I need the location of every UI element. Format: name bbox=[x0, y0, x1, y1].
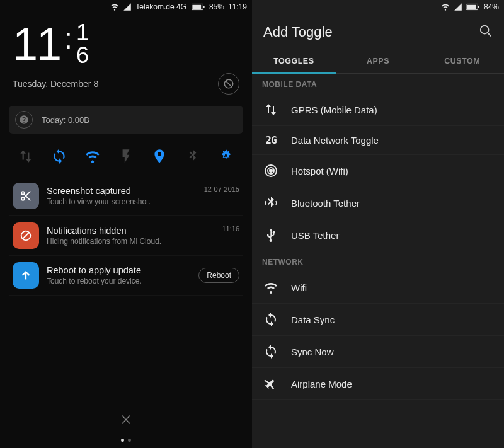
scissors-icon bbox=[13, 183, 39, 209]
updown-icon bbox=[262, 102, 280, 117]
toggle-option-label: GPRS (Mobile Data) bbox=[291, 105, 377, 115]
notification-subtitle: Touch to view your screenshot. bbox=[47, 197, 197, 206]
toggle-option-label: Bluetooth Tether bbox=[291, 198, 360, 209]
tab-apps[interactable]: APPS bbox=[336, 48, 421, 73]
signal-icon bbox=[123, 3, 132, 11]
tab-custom[interactable]: CUSTOM bbox=[420, 48, 504, 73]
status-bar-left: Telekom.de 4G 85% 11:19 bbox=[0, 0, 252, 14]
clock-hours: 11 bbox=[13, 21, 60, 67]
section-header: NETWORK bbox=[252, 251, 504, 272]
battery-icon bbox=[466, 3, 480, 11]
hotspot-icon bbox=[262, 163, 280, 178]
page-title: Add Toggle bbox=[263, 24, 333, 40]
tabs: TOGGLESAPPSCUSTOM bbox=[252, 48, 504, 74]
notification-time: 12-07-2015 bbox=[204, 185, 239, 193]
help-icon bbox=[15, 111, 33, 129]
toggle-option[interactable]: Bluetooth Tether bbox=[252, 187, 504, 219]
notification-subtitle: Hiding notifications from Mi Cloud. bbox=[47, 237, 214, 246]
battery-percent: 85% bbox=[209, 3, 224, 11]
toggle-option[interactable]: GPRS (Mobile Data) bbox=[252, 94, 504, 126]
svg-rect-2 bbox=[203, 6, 205, 8]
close-shade-button[interactable] bbox=[0, 413, 252, 427]
clock: 11 : 1 6 bbox=[0, 14, 252, 67]
toggle-option-label: Data Network Toggle bbox=[291, 135, 379, 146]
section-header: MOBILE DATA bbox=[252, 74, 504, 94]
battery-percent: 84% bbox=[484, 3, 499, 11]
sync-icon bbox=[262, 312, 280, 327]
svg-line-10 bbox=[23, 233, 30, 239]
toggle-wifi[interactable] bbox=[81, 145, 104, 168]
status-bar-right: 84% bbox=[252, 0, 504, 14]
toggle-option[interactable]: Wifi bbox=[252, 272, 504, 304]
toggle-option[interactable]: USB Tether bbox=[252, 219, 504, 251]
clock-min-2: 6 bbox=[76, 44, 89, 67]
battery-icon bbox=[192, 3, 205, 11]
notification-text: Notifications hiddenHiding notifications… bbox=[47, 226, 214, 246]
notification-title: Reboot to apply update bbox=[47, 265, 191, 275]
svg-line-4 bbox=[226, 81, 231, 86]
wifi-icon bbox=[262, 280, 280, 295]
toggle-option-label: Airplane Mode bbox=[291, 379, 352, 389]
airplane-icon bbox=[262, 376, 280, 391]
data-usage-row[interactable]: Today: 0.00B bbox=[9, 106, 243, 134]
clear-all-button[interactable] bbox=[218, 73, 239, 95]
page-indicator bbox=[0, 439, 252, 442]
toggle-option-label: Hotspot (Wifi) bbox=[291, 166, 348, 176]
svg-rect-1 bbox=[192, 5, 201, 9]
toggle-data-arrows[interactable] bbox=[14, 145, 37, 168]
wifi-icon bbox=[110, 3, 119, 11]
deny-icon bbox=[13, 222, 39, 249]
svg-point-5 bbox=[21, 192, 25, 195]
toggle-option[interactable]: Hotspot (Wifi) bbox=[252, 155, 504, 187]
toggle-option[interactable]: Sync Now bbox=[252, 336, 504, 368]
tab-toggles[interactable]: TOGGLES bbox=[252, 48, 336, 73]
notification-time: 11:16 bbox=[222, 225, 239, 233]
svg-point-6 bbox=[21, 197, 25, 200]
notification-item[interactable]: Screenshot capturedTouch to view your sc… bbox=[9, 176, 243, 216]
toggle-sections: MOBILE DATAGPRS (Mobile Data)2GData Netw… bbox=[252, 74, 504, 400]
toggle-option-label: Wifi bbox=[291, 282, 307, 293]
screen-header: Add Toggle bbox=[252, 14, 504, 48]
svg-point-18 bbox=[270, 169, 272, 172]
page-dot bbox=[121, 439, 124, 442]
notification-item[interactable]: Reboot to apply updateTouch to reboot yo… bbox=[9, 256, 243, 296]
date-label: Tuesday, December 8 bbox=[13, 79, 98, 89]
add-toggle-screen: 84% Add Toggle TOGGLESAPPSCUSTOM MOBILE … bbox=[252, 0, 504, 448]
toggle-option[interactable]: 2GData Network Toggle bbox=[252, 126, 504, 155]
carrier-label: Telekom.de 4G bbox=[135, 3, 186, 11]
page-dot bbox=[128, 439, 131, 442]
quick-toggles bbox=[0, 134, 252, 176]
toggle-sync[interactable] bbox=[48, 145, 71, 168]
svg-rect-14 bbox=[467, 5, 476, 9]
toggle-bluetooth[interactable] bbox=[181, 145, 204, 168]
search-button[interactable] bbox=[479, 24, 493, 40]
date-row: Tuesday, December 8 bbox=[0, 67, 252, 95]
toggle-option[interactable]: Data Sync bbox=[252, 304, 504, 336]
svg-line-17 bbox=[488, 33, 491, 37]
bt-tether-icon bbox=[262, 195, 280, 210]
status-time: 11:19 bbox=[228, 3, 247, 11]
toggle-option[interactable]: Airplane Mode bbox=[252, 368, 504, 400]
toggle-flash[interactable] bbox=[115, 145, 137, 168]
sync-icon bbox=[262, 344, 280, 359]
notification-action-button[interactable]: Reboot bbox=[198, 268, 239, 283]
notification-title: Screenshot captured bbox=[47, 186, 197, 196]
svg-point-16 bbox=[481, 26, 489, 34]
clock-min-1: 1 bbox=[76, 21, 89, 44]
notification-text: Screenshot capturedTouch to view your sc… bbox=[47, 186, 197, 206]
signal-icon bbox=[454, 3, 462, 11]
toggle-option-label: Data Sync bbox=[291, 314, 335, 325]
svg-rect-15 bbox=[478, 6, 479, 8]
toggle-option-label: USB Tether bbox=[291, 230, 339, 241]
arrow-up-icon bbox=[13, 262, 39, 289]
wifi-icon bbox=[441, 3, 450, 11]
toggle-auto-brightness[interactable] bbox=[215, 145, 238, 168]
notification-title: Notifications hidden bbox=[47, 226, 214, 236]
toggle-location[interactable] bbox=[148, 145, 171, 168]
notification-item[interactable]: Notifications hiddenHiding notifications… bbox=[9, 216, 243, 256]
clock-separator: : bbox=[64, 21, 72, 56]
notification-shade: Telekom.de 4G 85% 11:19 11 : 1 6 Tuesday… bbox=[0, 0, 252, 448]
data-usage-label: Today: 0.00B bbox=[42, 115, 89, 125]
notification-subtitle: Touch to reboot your device. bbox=[47, 277, 191, 285]
toggle-option-label: Sync Now bbox=[291, 347, 334, 357]
